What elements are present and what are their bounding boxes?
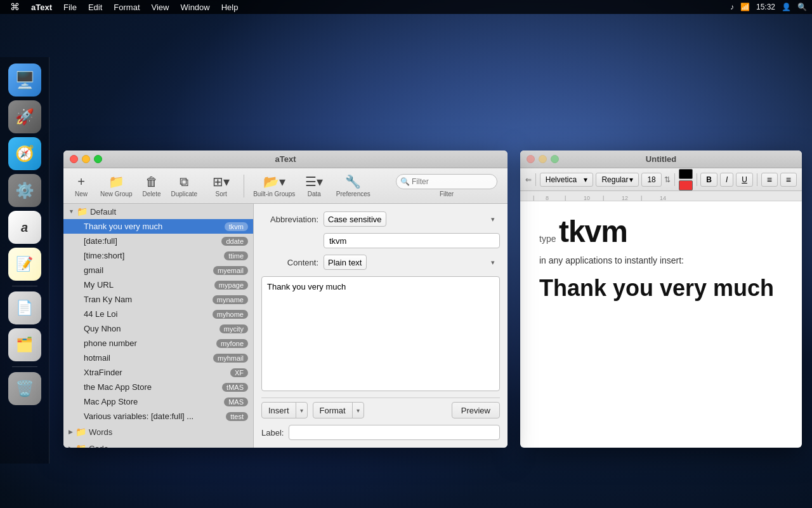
snippet-name: the Mac App Store: [84, 382, 222, 392]
preview-button[interactable]: Preview: [452, 402, 500, 418]
ruler: | 8 | 10 | 12 | 14: [520, 191, 802, 201]
sort-button[interactable]: ⊞▾ Sort: [204, 172, 239, 200]
duplicate-button[interactable]: ⧉ Duplicate: [167, 172, 201, 200]
dock-finder[interactable]: 🖥️: [8, 64, 41, 97]
snippet-row[interactable]: the Mac App Store tMAS: [63, 380, 253, 394]
dock-safari[interactable]: 🧭: [8, 137, 41, 170]
snippet-row[interactable]: [time:short] ttime: [63, 248, 253, 263]
snippet-row[interactable]: 44 Le Loi myhome: [63, 307, 253, 321]
new-group-button[interactable]: 📁 New Group: [96, 172, 136, 200]
highlight-color-box[interactable]: [679, 180, 693, 190]
menubar-atext[interactable]: aText: [26, 1, 57, 13]
snippet-row[interactable]: Various variables: [date:full] ... ttest: [63, 409, 253, 424]
untitled-close-button[interactable]: [527, 155, 535, 163]
untitled-titlebar: Untitled: [520, 150, 802, 168]
menubar-help[interactable]: Help: [216, 1, 244, 13]
snippet-name: Quy Nhon: [84, 324, 219, 333]
new-label: New: [75, 190, 88, 197]
dock-prefs[interactable]: ⚙️: [8, 174, 41, 207]
snippet-row[interactable]: hotmail myhmail: [63, 351, 253, 365]
underline-button[interactable]: U: [736, 173, 753, 187]
dock-notes[interactable]: 📝: [8, 248, 41, 281]
font-size-selector[interactable]: 18: [641, 173, 661, 187]
snippet-name: Thank you very much: [84, 222, 225, 231]
insert-button[interactable]: Insert ▾: [261, 402, 308, 418]
group-code-name: Code: [89, 444, 108, 448]
menubar-view[interactable]: View: [147, 1, 174, 13]
close-button[interactable]: [70, 155, 78, 163]
content-type-select[interactable]: Plain text: [324, 255, 367, 270]
snippet-abbr: tMAS: [222, 383, 248, 392]
new-button[interactable]: + New: [69, 172, 94, 200]
font-name-selector[interactable]: Helvetica ▾: [540, 173, 594, 187]
snippet-row[interactable]: phone number myfone: [63, 336, 253, 351]
insert-label: Insert: [262, 403, 296, 418]
snippet-abbr: myhmail: [213, 354, 248, 363]
content-textarea[interactable]: Thank you very much: [261, 276, 500, 391]
text-direction-icon: ⇐: [525, 175, 532, 184]
snippet-row[interactable]: Mac App Store MAS: [63, 394, 253, 409]
snippet-row[interactable]: XtraFinder XF: [63, 365, 253, 380]
dock-doc1[interactable]: 📄: [8, 291, 41, 324]
filter-label: Filter: [440, 190, 454, 197]
ut-separator2: [674, 173, 675, 186]
group-words[interactable]: ▶ 📁 Words: [63, 424, 253, 440]
snippet-row[interactable]: gmail myemail: [63, 263, 253, 277]
snippet-abbr: myname: [213, 295, 248, 304]
snippet-row[interactable]: Tran Ky Nam myname: [63, 292, 253, 307]
label-row: Label:: [261, 425, 500, 440]
bottom-toolbar: Insert ▾ Format ▾ Preview: [261, 398, 500, 418]
font-name-label: Helvetica: [546, 175, 577, 184]
untitled-maximize-button[interactable]: [551, 155, 559, 163]
snippet-row[interactable]: My URL mypage: [63, 277, 253, 292]
dock-doc2[interactable]: 🗂️: [8, 328, 41, 361]
dock-atext[interactable]: a: [8, 211, 41, 244]
italic-button[interactable]: I: [720, 173, 733, 187]
menubar-window[interactable]: Window: [175, 1, 214, 13]
group-code[interactable]: ▶ 📁 Code: [63, 440, 253, 448]
content-area: Thank you very much: [261, 276, 500, 391]
menubar: ⌘ aText File Edit Format View Window Hel…: [0, 0, 812, 14]
menubar-edit[interactable]: Edit: [83, 1, 107, 13]
abbreviation-input[interactable]: [324, 233, 500, 248]
text-color-box[interactable]: [679, 169, 693, 179]
untitled-content[interactable]: type tkvm in any applications to instant…: [520, 201, 802, 448]
align-right-button[interactable]: ≡: [780, 173, 797, 187]
font-style-selector[interactable]: Regular ▾: [596, 173, 639, 187]
minimize-button[interactable]: [82, 155, 90, 163]
delete-button[interactable]: 🗑 Delete: [139, 172, 165, 200]
built-in-groups-button[interactable]: 📂▾ Built-in Groups: [249, 172, 299, 200]
case-sensitive-select[interactable]: Case sensitive: [324, 211, 386, 227]
duplicate-icon: ⧉: [180, 175, 188, 189]
untitled-minimize-button[interactable]: [539, 155, 547, 163]
dock-launchpad[interactable]: 🚀: [8, 100, 41, 133]
align-left-button[interactable]: ≡: [761, 173, 778, 187]
label-input[interactable]: [289, 425, 500, 440]
content-type-wrapper: Plain text: [324, 255, 500, 270]
preferences-button[interactable]: 🔧 Preferences: [329, 172, 377, 200]
snippet-row[interactable]: Thank you very much tkvm: [63, 219, 253, 234]
sidebar: ▼ 📁 Default Thank you very much tkvm [da…: [63, 204, 254, 448]
apple-menu[interactable]: ⌘: [5, 1, 25, 13]
filter-input[interactable]: [396, 174, 497, 189]
sort-label: Sort: [216, 190, 227, 197]
snippet-row[interactable]: [date:full] ddate: [63, 234, 253, 248]
maximize-button[interactable]: [94, 155, 102, 163]
dock-trash[interactable]: 🗑️: [8, 372, 41, 405]
group-default-header[interactable]: ▼ 📁 Default: [63, 204, 253, 219]
menubar-search-icon[interactable]: 🔍: [797, 3, 807, 11]
abbreviation-label: Abbreviation:: [261, 215, 318, 224]
font-style-label: Regular: [601, 175, 628, 184]
snippet-row[interactable]: Quy Nhon mycity: [63, 321, 253, 336]
font-size-stepper-icon[interactable]: ⇅: [664, 175, 671, 184]
group-default-name: Default: [90, 207, 116, 217]
menubar-file[interactable]: File: [58, 1, 82, 13]
format-arrow-icon: ▾: [353, 403, 363, 418]
format-button[interactable]: Format ▾: [313, 402, 364, 418]
bold-button[interactable]: B: [700, 173, 717, 187]
menubar-format[interactable]: Format: [108, 1, 145, 13]
folder-icon: 📁: [75, 443, 86, 448]
data-button[interactable]: ☰▾ Data: [301, 172, 327, 200]
toolbar: + New 📁 New Group 🗑 Delete ⧉ Duplicate ⊞…: [63, 168, 508, 204]
built-in-groups-label: Built-in Groups: [253, 190, 295, 197]
